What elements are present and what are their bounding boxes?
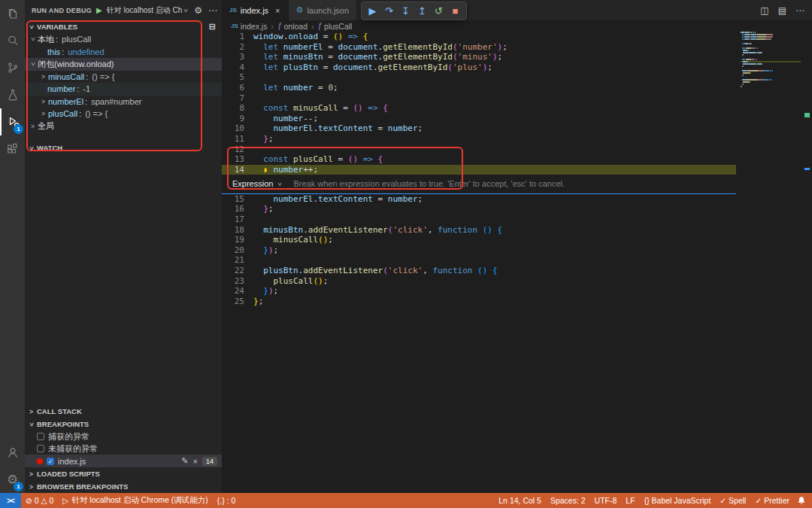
gear-icon[interactable]: ⚙ bbox=[194, 5, 202, 16]
line-number[interactable]: 18 bbox=[222, 225, 244, 236]
tab-launch.json[interactable]: ⚙launch.json bbox=[289, 0, 358, 20]
call-stack-section-header[interactable]: > CALL STACK bbox=[25, 405, 222, 418]
step-into-button[interactable]: ↧ bbox=[398, 5, 413, 17]
problems-status[interactable]: ⊘ 0 △ 0 bbox=[21, 496, 58, 505]
code-line[interactable]: 7 bbox=[222, 93, 736, 104]
prettier-status[interactable]: ✓ Prettier bbox=[750, 496, 794, 505]
code-line[interactable]: 8 const minusCall = () => { bbox=[222, 103, 736, 114]
cursor-position-status[interactable]: Ln 14, Col 5 bbox=[494, 496, 546, 505]
code-text: }); bbox=[253, 245, 278, 256]
code-line[interactable]: 23 plusCall(); bbox=[222, 276, 736, 287]
code-line[interactable]: 2 let numberEl = document.getElementById… bbox=[222, 42, 736, 53]
split-editor-icon[interactable]: ◫ bbox=[760, 5, 768, 16]
restart-button[interactable]: ↺ bbox=[432, 5, 446, 17]
breadcrumb-label: plusCall bbox=[324, 22, 352, 31]
line-number[interactable]: 4 bbox=[222, 62, 244, 73]
stop-button[interactable]: ■ bbox=[448, 5, 462, 17]
account-button[interactable] bbox=[0, 439, 25, 466]
code-line[interactable]: 4 let plusBtn = document.getElementById(… bbox=[222, 62, 736, 73]
code-line[interactable]: 24 }); bbox=[222, 286, 736, 297]
line-number[interactable]: 6 bbox=[222, 83, 244, 93]
line-number[interactable]: 15 bbox=[222, 194, 244, 205]
line-number[interactable]: 17 bbox=[222, 214, 244, 225]
sidebar-item-testing[interactable] bbox=[0, 81, 25, 108]
code-line[interactable]: 5 bbox=[222, 72, 736, 83]
breadcrumb-item[interactable]: ƒonload bbox=[277, 22, 308, 31]
line-number[interactable]: 5 bbox=[222, 72, 244, 83]
code-line[interactable]: 10 numberEl.textContent = number; bbox=[222, 123, 736, 134]
line-number[interactable]: 3 bbox=[222, 52, 244, 62]
code-line[interactable]: 17 bbox=[222, 214, 736, 225]
code-line[interactable]: 20 }); bbox=[222, 245, 736, 256]
remove-breakpoint-icon[interactable]: × bbox=[193, 457, 198, 466]
layout-icon[interactable]: ▤ bbox=[778, 5, 786, 16]
breakpoint-checkbox[interactable] bbox=[37, 433, 44, 440]
line-number[interactable]: 21 bbox=[222, 255, 244, 266]
sidebar-item-run-and-debug[interactable]: 1 bbox=[0, 108, 25, 135]
close-tab-icon[interactable]: × bbox=[275, 6, 280, 15]
encoding-status[interactable]: UTF-8 bbox=[590, 496, 622, 505]
language-mode-status[interactable]: {} Babel JavaScript bbox=[640, 496, 716, 505]
line-number[interactable]: 25 bbox=[222, 297, 244, 307]
indentation-status[interactable]: Spaces: 2 bbox=[546, 496, 590, 505]
step-over-button[interactable]: ↷ bbox=[382, 5, 396, 17]
notifications-button[interactable] bbox=[794, 496, 812, 505]
start-debug-icon[interactable]: ▶ bbox=[96, 6, 102, 14]
code-line[interactable]: 18 minusBtn.addEventListener('click', fu… bbox=[222, 225, 736, 236]
collapse-all-icon[interactable]: ⊟ bbox=[209, 22, 216, 32]
breakpoint-counter-status[interactable]: {.} : 0 bbox=[213, 496, 241, 505]
code-line[interactable]: 21 bbox=[222, 255, 736, 266]
sidebar-item-explorer[interactable] bbox=[0, 0, 25, 27]
sidebar-item-extensions[interactable] bbox=[0, 135, 25, 163]
code-line[interactable]: 11 }; bbox=[222, 134, 736, 144]
line-number[interactable]: 9 bbox=[222, 114, 244, 124]
line-number[interactable]: 10 bbox=[222, 123, 244, 134]
breakpoints-section-header[interactable]: > BREAKPOINTS bbox=[25, 418, 222, 430]
breakpoint-row[interactable]: ✓index.js✎×14 bbox=[25, 455, 222, 467]
breakpoint-row[interactable]: 捕获的异常 bbox=[25, 430, 222, 443]
code-line[interactable]: 19 minusCall(); bbox=[222, 235, 736, 245]
tab-index.js[interactable]: JSindex.js× bbox=[222, 0, 289, 20]
line-number[interactable]: 23 bbox=[222, 276, 244, 287]
line-number[interactable]: 7 bbox=[222, 93, 244, 104]
breadcrumb-item[interactable]: JSindex.js bbox=[231, 22, 267, 31]
code-line[interactable]: 1window.onload = () => { bbox=[222, 32, 736, 42]
line-number[interactable]: 20 bbox=[222, 245, 244, 256]
line-number[interactable]: 2 bbox=[222, 42, 244, 53]
more-actions-icon[interactable]: ⋯ bbox=[208, 5, 217, 16]
more-actions-icon[interactable]: ⋯ bbox=[795, 5, 804, 16]
sidebar-item-source-control[interactable] bbox=[0, 54, 25, 81]
code-line[interactable]: 22 plusBtn.addEventListener('click', fun… bbox=[222, 266, 736, 276]
spell-status[interactable]: ✓ Spell bbox=[715, 496, 750, 505]
step-out-button[interactable]: ↥ bbox=[415, 5, 429, 17]
code-line[interactable]: 25}; bbox=[222, 297, 736, 307]
breakpoint-row[interactable]: 未捕获的异常 bbox=[25, 443, 222, 455]
line-number[interactable]: 19 bbox=[222, 235, 244, 245]
line-number[interactable]: 11 bbox=[222, 134, 244, 144]
remote-indicator[interactable]: >< bbox=[0, 493, 21, 508]
line-number[interactable]: 1 bbox=[222, 32, 244, 42]
line-number[interactable]: 8 bbox=[222, 103, 244, 114]
code-line[interactable]: 3 let minusBtn = document.getElementById… bbox=[222, 52, 736, 62]
line-number[interactable]: 16 bbox=[222, 204, 244, 214]
eol-status[interactable]: LF bbox=[621, 496, 639, 505]
code-text: number--; bbox=[253, 114, 318, 124]
line-number[interactable]: 24 bbox=[222, 286, 244, 297]
minimap[interactable] bbox=[741, 32, 801, 88]
breakpoint-checkbox[interactable]: ✓ bbox=[47, 458, 54, 465]
edit-breakpoint-icon[interactable]: ✎ bbox=[181, 456, 188, 466]
browser-breakpoints-section-header[interactable]: > BROWSER BREAKPOINTS bbox=[25, 480, 222, 493]
sidebar-item-search[interactable] bbox=[0, 27, 25, 54]
code-line[interactable]: 16 }; bbox=[222, 204, 736, 214]
code-line[interactable]: 9 number--; bbox=[222, 114, 736, 124]
debug-session-status[interactable]: ▷针对 localhost 启动 Chrome (调试能力) bbox=[58, 495, 213, 506]
loaded-scripts-section-header[interactable]: > LOADED SCRIPTS bbox=[25, 467, 222, 480]
code-line[interactable]: 15 numberEl.textContent = number; bbox=[222, 194, 736, 205]
breakpoint-checkbox[interactable] bbox=[37, 445, 44, 452]
launch-config-select[interactable]: 针对 localhost 启动 Ch > bbox=[107, 5, 188, 16]
continue-button[interactable]: ▶ bbox=[365, 5, 380, 17]
breadcrumb-item[interactable]: ƒplusCall bbox=[318, 22, 353, 31]
code-line[interactable]: 6 let number = 0; bbox=[222, 83, 736, 93]
settings-button[interactable]: ⚙ 1 bbox=[0, 466, 25, 493]
line-number[interactable]: 22 bbox=[222, 266, 244, 276]
